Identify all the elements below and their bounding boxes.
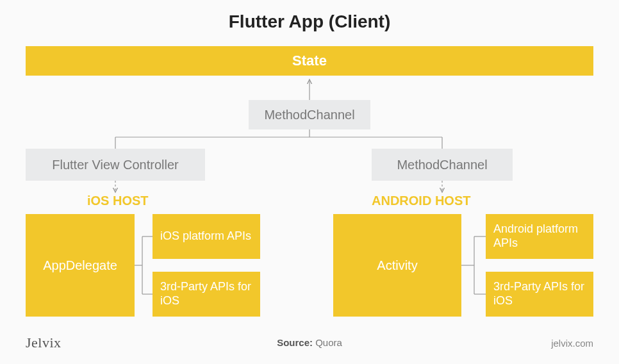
method-channel-top-box: MethodChannel <box>249 100 370 129</box>
jelvix-logo: Jelvix <box>26 335 62 351</box>
state-box: State <box>26 46 593 76</box>
flutter-view-controller-box: Flutter View Controller <box>26 149 205 181</box>
source-name: Quora <box>315 337 342 348</box>
jelvix-url: jelvix.com <box>551 338 593 349</box>
source-label: Source: <box>277 337 313 348</box>
diagram-title: Flutter App (Client) <box>0 12 619 32</box>
android-platform-apis-box: Android platform APIs <box>486 214 593 259</box>
ios-platform-apis-box: iOS platform APIs <box>153 214 260 259</box>
method-channel-right-box: MethodChannel <box>372 149 513 181</box>
source-credit: Source: Quora <box>0 337 619 348</box>
android-host-label: ANDROID HOST <box>372 194 470 208</box>
activity-box: Activity <box>333 214 461 317</box>
ios-3rd-party-apis-box: 3rd-Party APIs for iOS <box>153 272 260 317</box>
appdelegate-box: AppDelegate <box>26 214 135 317</box>
android-3rd-party-apis-box: 3rd-Party APIs for iOS <box>486 272 593 317</box>
ios-host-label: iOS HOST <box>87 194 149 208</box>
